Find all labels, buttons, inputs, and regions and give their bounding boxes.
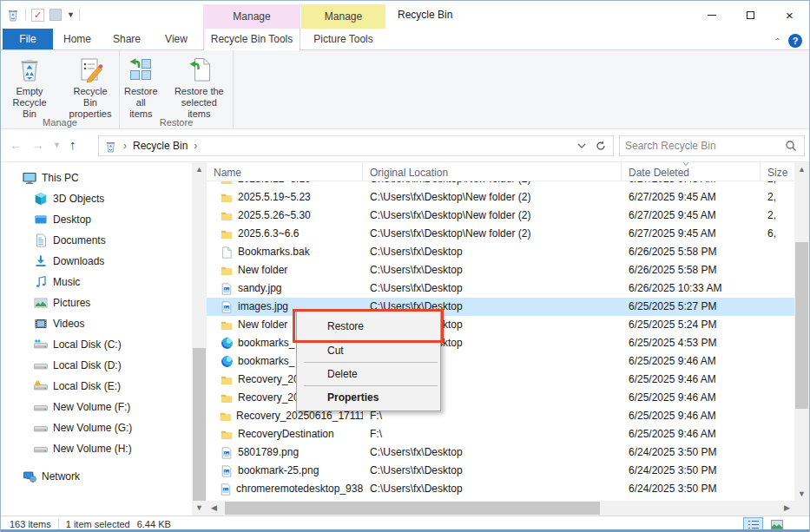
file-row[interactable]: 2025.6.3~6.6C:\Users\fx\Desktop\New fold… (207, 225, 794, 243)
file-row[interactable]: sandy.jpgC:\Users\fx\Desktop6/26/2025 10… (207, 279, 794, 298)
recycle-bin-icon[interactable] (99, 140, 117, 153)
sidebar-item-pictures[interactable]: Pictures (1, 292, 192, 313)
sidebar-item-desktop[interactable]: Desktop (1, 209, 192, 230)
tab-underline (1, 49, 809, 50)
file-row[interactable]: 2025.5.26~5.30C:\Users\fx\Desktop\New fo… (207, 207, 794, 225)
history-chevron-icon[interactable]: ▼ (53, 141, 61, 149)
scrollbar-thumb[interactable] (193, 348, 206, 502)
file-row[interactable]: Bookmarks.bakC:\Users\fx\Desktop6/26/202… (207, 243, 794, 261)
scroll-down-icon[interactable]: ▼ (192, 501, 207, 516)
column-header-date-deleted[interactable]: Date Deleted (622, 162, 761, 181)
scrollbar-thumb[interactable] (225, 502, 600, 515)
file-date-deleted: 6/25/2025 9:46 AM (622, 352, 761, 371)
maximize-button[interactable] (731, 1, 770, 29)
file-row[interactable]: Recovery_20250616_171110F:\6/25/2025 9:4… (207, 407, 794, 425)
sidebar-item-label: 3D Objects (53, 193, 104, 205)
list-scrollbar[interactable]: ▲ ▼ (794, 162, 809, 502)
sidebar-item-local-disk-d[interactable]: Local Disk (D:) (1, 355, 192, 376)
breadcrumb[interactable]: Recycle Bin (133, 140, 188, 152)
search-input[interactable] (620, 140, 785, 152)
file-row[interactable]: bookmark-25.pngC:\Users\fx\Desktop6/24/2… (207, 462, 794, 480)
file-row[interactable]: 2025.5.19~5.23C:\Users\fx\Desktop\New fo… (207, 188, 794, 207)
file-row[interactable]: Recovery_20F:\6/25/2025 9:46 AM (207, 389, 794, 407)
breadcrumb-chevron-icon[interactable]: › (123, 140, 127, 152)
file-row[interactable]: 5801789.pngC:\Users\fx\Desktop6/24/2025 … (207, 443, 794, 462)
restore-selected-button[interactable]: Restore theselected items (166, 54, 233, 122)
scroll-left-icon[interactable]: ◀ (207, 501, 221, 516)
sidebar-item-local-disk-e[interactable]: Local Disk (E:) (1, 376, 192, 397)
address-bar[interactable]: › Recycle Bin › (98, 135, 614, 156)
desktop-icon (33, 213, 49, 227)
menu-item-properties[interactable]: Properties (297, 386, 440, 409)
file-row[interactable]: 2025.5.12~5.16C:\Users\fx\Desktop\New fo… (207, 181, 794, 188)
sidebar-scrollbar[interactable]: ▲ ▼ (192, 162, 207, 516)
tab-home[interactable]: Home (53, 29, 102, 50)
file-location: C:\Users\fx\Desktop (363, 443, 622, 462)
sidebar-item-network[interactable]: Network (1, 466, 192, 487)
file-date-deleted: 6/25/2025 9:46 AM (622, 425, 761, 443)
sidebar-item-new-volume-f[interactable]: New Volume (F:) (1, 397, 192, 417)
scroll-down-icon[interactable]: ▼ (794, 487, 809, 502)
back-icon[interactable]: ← (10, 137, 23, 152)
scrollbar-thumb[interactable] (795, 242, 808, 409)
file-name: 5801789.png (238, 443, 299, 462)
recycle-bin-properties-button[interactable]: Recycle Binproperties (62, 54, 119, 122)
box-icon[interactable] (49, 9, 62, 21)
file-row[interactable]: bookmarks_F:\6/25/2025 9:46 AM (207, 352, 794, 371)
file-size (761, 480, 794, 498)
sidebar-item-music[interactable]: Music (1, 272, 192, 292)
up-icon[interactable]: ↑ (69, 137, 76, 152)
address-dropdown-icon[interactable] (576, 141, 587, 151)
sidebar-item-label: Documents (53, 234, 106, 246)
minimize-button[interactable] (692, 1, 731, 29)
empty-recycle-bin-button[interactable]: EmptyRecycle Bin (1, 54, 58, 122)
sidebar-item-downloads[interactable]: Downloads (1, 251, 192, 272)
column-header-name[interactable]: Name (207, 162, 363, 181)
file-row[interactable]: chromeremotedesktop_93807.webpC:\Users\f… (207, 480, 794, 498)
collapse-ribbon-icon[interactable]: ⌃ (774, 36, 781, 46)
tab-recycle-bin-tools[interactable]: Recycle Bin Tools (203, 29, 300, 50)
file-row[interactable]: RecoveryDestinationF:\6/25/2025 9:46 AM (207, 425, 794, 443)
sidebar-item-label: Music (53, 276, 80, 288)
scroll-right-icon[interactable]: ▶ (780, 501, 794, 516)
file-row[interactable]: Recovery_20F:\6/25/2025 9:46 AM (207, 371, 794, 389)
restore-all-icon (127, 56, 155, 83)
search-box[interactable] (619, 135, 805, 156)
restore-all-button[interactable]: Restoreall items (120, 54, 162, 122)
search-icon[interactable] (785, 140, 804, 152)
sidebar-item-new-volume-g[interactable]: New Volume (G:) (1, 417, 192, 438)
sidebar-item-label: Desktop (53, 213, 91, 226)
tab-share[interactable]: Share (102, 29, 152, 50)
file-size (761, 261, 794, 279)
sidebar-item-local-disk-c[interactable]: Local Disk (C:) (1, 334, 192, 355)
column-header-size[interactable]: Size (761, 162, 794, 181)
sidebar-item-3d-objects[interactable]: 3D Objects (1, 188, 192, 209)
sidebar-item-documents[interactable]: Documents (1, 230, 192, 251)
file-name: sandy.jpg (238, 279, 281, 298)
menu-item-delete[interactable]: Delete (297, 363, 440, 385)
sidebar-item-videos[interactable]: Videos (1, 313, 192, 334)
tab-view[interactable]: View (152, 29, 201, 50)
refresh-icon[interactable] (596, 141, 606, 151)
help-icon[interactable]: ? (788, 34, 802, 48)
sidebar-item-label: Pictures (53, 297, 90, 309)
column-header-original-location[interactable]: Original Location (363, 162, 622, 181)
file-location: C:\Users\fx\Desktop\New folder (2) (363, 188, 622, 207)
tab-file[interactable]: File (3, 29, 53, 50)
horizontal-scrollbar[interactable]: ◀ ▶ (207, 501, 794, 516)
sidebar-item-this-pc[interactable]: This PC (1, 167, 192, 188)
forward-icon[interactable]: → (31, 137, 44, 152)
sidebar-item-label: New Volume (F:) (53, 401, 130, 413)
scroll-up-icon[interactable]: ▲ (192, 162, 207, 177)
checkmark-icon[interactable]: ✓ (31, 9, 44, 22)
customize-dropdown-icon[interactable]: ▼ (67, 10, 74, 19)
close-icon: × (786, 9, 794, 22)
file-row[interactable]: New folderC:\Users\fx\Desktop6/26/2025 5… (207, 261, 794, 279)
scroll-up-icon[interactable]: ▲ (794, 162, 809, 177)
image-icon (220, 483, 232, 496)
close-button[interactable]: × (770, 1, 809, 29)
file-size (761, 389, 794, 407)
tab-picture-tools[interactable]: Picture Tools (301, 29, 385, 50)
breadcrumb-chevron-icon[interactable]: › (194, 140, 197, 152)
sidebar-item-new-volume-h[interactable]: New Volume (H:) (1, 438, 192, 459)
